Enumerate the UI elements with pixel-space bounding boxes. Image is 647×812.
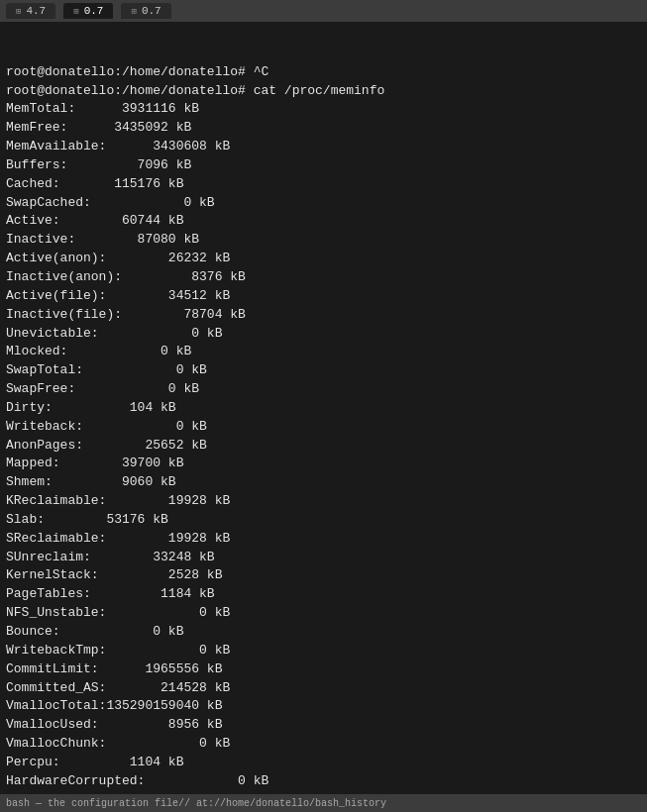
terminal-line: root@donatello:/home/donatello# cat /pro… bbox=[6, 82, 641, 101]
terminal-line: Inactive(file): 78704 kB bbox=[6, 306, 641, 325]
terminal-window: ⊞ 4.7 ⊞ 0.7 ⊞ 0.7 root@donatello:/home/d… bbox=[0, 0, 647, 812]
tab-3[interactable]: ⊞ 0.7 bbox=[121, 3, 170, 19]
terminal-line: SwapTotal: 0 kB bbox=[6, 361, 641, 380]
terminal-line: Active: 60744 kB bbox=[6, 212, 641, 231]
terminal-line: VmallocTotal:135290159040 kB bbox=[6, 697, 641, 716]
bottom-bar-text: bash — the configuration file// at://hom… bbox=[6, 798, 386, 809]
tab-3-label: 0.7 bbox=[142, 5, 162, 17]
terminal-line: SwapCached: 0 kB bbox=[6, 194, 641, 213]
terminal-line: SUnreclaim: 33248 kB bbox=[6, 549, 641, 567]
terminal-line: HardwareCorrupted: 0 kB bbox=[6, 772, 641, 791]
terminal-line: SwapFree: 0 kB bbox=[6, 380, 641, 399]
terminal-line: MemTotal: 3931116 kB bbox=[6, 100, 641, 119]
terminal-line: Slab: 53176 kB bbox=[6, 511, 641, 530]
terminal-line: Buffers: 7096 kB bbox=[6, 156, 641, 175]
tab-1-label: 4.7 bbox=[26, 5, 46, 17]
tab-1[interactable]: ⊞ 4.7 bbox=[6, 3, 55, 19]
terminal-line: MemAvailable: 3430608 kB bbox=[6, 138, 641, 156]
terminal-line: Bounce: 0 kB bbox=[6, 623, 641, 642]
terminal-line: Unevictable: 0 kB bbox=[6, 325, 641, 344]
terminal-line: VmallocChunk: 0 kB bbox=[6, 735, 641, 754]
tab-1-icon: ⊞ bbox=[16, 6, 21, 17]
terminal-line: NFS_Unstable: 0 kB bbox=[6, 604, 641, 623]
terminal-line: Shmem: 9060 kB bbox=[6, 473, 641, 492]
terminal-line: Cached: 115176 kB bbox=[6, 175, 641, 194]
terminal-line: Mapped: 39700 kB bbox=[6, 455, 641, 473]
terminal-line: Inactive: 87080 kB bbox=[6, 231, 641, 250]
tab-2-label: 0.7 bbox=[84, 5, 104, 17]
bottom-bar: bash — the configuration file// at://hom… bbox=[0, 794, 647, 812]
terminal-line: SReclaimable: 19928 kB bbox=[6, 530, 641, 549]
terminal-line: AnonPages: 25652 kB bbox=[6, 437, 641, 456]
terminal-line: Mlocked: 0 kB bbox=[6, 343, 641, 361]
terminal-line: Active(anon): 26232 kB bbox=[6, 250, 641, 268]
terminal-line: Writeback: 0 kB bbox=[6, 418, 641, 437]
terminal-line: CommitLimit: 1965556 kB bbox=[6, 660, 641, 679]
terminal-line: Dirty: 104 kB bbox=[6, 399, 641, 418]
terminal-line: WritebackTmp: 0 kB bbox=[6, 642, 641, 660]
terminal-line: Percpu: 1104 kB bbox=[6, 754, 641, 772]
terminal-line: KernelStack: 2528 kB bbox=[6, 566, 641, 585]
tab-2[interactable]: ⊞ 0.7 bbox=[63, 3, 113, 19]
terminal-content[interactable]: root@donatello:/home/donatello# ^Croot@d… bbox=[0, 22, 647, 794]
terminal-line: KReclaimable: 19928 kB bbox=[6, 492, 641, 511]
terminal-line: Committed_AS: 214528 kB bbox=[6, 679, 641, 698]
title-bar: ⊞ 4.7 ⊞ 0.7 ⊞ 0.7 bbox=[0, 0, 647, 22]
terminal-line: root@donatello:/home/donatello# ^C bbox=[6, 63, 641, 82]
terminal-line: MemFree: 3435092 kB bbox=[6, 119, 641, 138]
tab-3-icon: ⊞ bbox=[131, 6, 136, 17]
terminal-line: Active(file): 34512 kB bbox=[6, 287, 641, 306]
terminal-line: Inactive(anon): 8376 kB bbox=[6, 268, 641, 287]
terminal-line: PageTables: 1184 kB bbox=[6, 585, 641, 604]
terminal-line: VmallocUsed: 8956 kB bbox=[6, 716, 641, 735]
tab-2-icon: ⊞ bbox=[73, 6, 78, 17]
